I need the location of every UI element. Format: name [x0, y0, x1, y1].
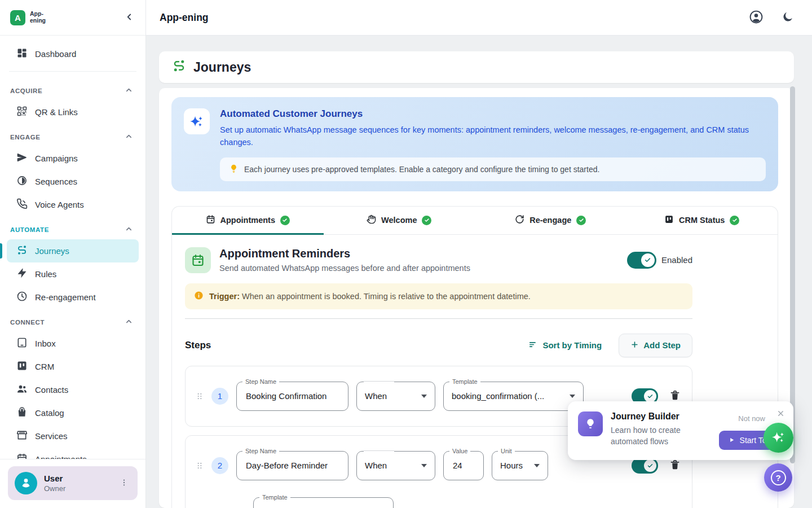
tab-welcome[interactable]: Welcome: [324, 207, 475, 234]
empty-label-notch: [364, 381, 394, 382]
dark-mode-button[interactable]: [779, 8, 796, 27]
tablet-icon: [16, 337, 28, 350]
tab-appointments[interactable]: Appointments: [172, 207, 324, 234]
value-input[interactable]: [452, 460, 475, 471]
sidebar-item-dashboard[interactable]: Dashboard: [7, 42, 139, 65]
dashboard-icon: [16, 47, 28, 60]
field-label: Unit: [498, 447, 515, 455]
sidebar-item-label: Voice Agents: [35, 200, 84, 209]
avatar: [15, 472, 37, 494]
sidebar-item-inbox[interactable]: Inbox: [7, 332, 139, 355]
tab-re-engage[interactable]: Re-engage: [475, 207, 626, 234]
sort-by-timing-button[interactable]: Sort by Timing: [525, 339, 605, 352]
step-name-input[interactable]: [245, 391, 340, 401]
sidebar-item-re-engagement[interactable]: Re-engagement: [7, 286, 139, 309]
sidebar: A App- ening Dashboard ACQUIRE: [0, 0, 146, 508]
steps-header: Steps Sort by Timing Add Step: [185, 334, 692, 357]
sidebar-divider: [9, 71, 136, 72]
popup-title: Journey Builder: [611, 411, 707, 422]
timing-select[interactable]: When: [356, 382, 435, 411]
field-label: Template: [259, 493, 290, 501]
sidebar-item-crm[interactable]: CRM: [7, 355, 139, 378]
step-name-field[interactable]: Step Name: [236, 382, 348, 411]
logo-text: App- ening: [30, 11, 46, 24]
sidebar-item-qr-links[interactable]: QR & Links: [7, 100, 139, 124]
sidebar-group-automate[interactable]: AUTOMATE: [7, 216, 139, 239]
value-field[interactable]: Value: [443, 451, 484, 480]
sidebar-item-contacts[interactable]: Contacts: [7, 378, 139, 401]
add-step-button[interactable]: Add Step: [619, 334, 692, 357]
user-menu-button[interactable]: [117, 476, 131, 491]
sidebar-item-appointments[interactable]: Appointments: [7, 448, 139, 459]
help-fab[interactable]: ?: [764, 463, 792, 492]
sidebar-group-engage[interactable]: ENGAGE: [7, 124, 139, 147]
page-content: Journeys Automated Customer Journeys Set…: [146, 36, 812, 508]
sidebar-group-acquire[interactable]: ACQUIRE: [7, 77, 139, 100]
sidebar-item-label: Journeys: [35, 246, 69, 256]
popup-close-button[interactable]: [775, 408, 786, 421]
sidebar-item-sequences[interactable]: Sequences: [7, 170, 139, 193]
drag-handle-icon[interactable]: [196, 460, 204, 471]
drag-handle-icon[interactable]: [196, 391, 204, 402]
sidebar-item-label: Sequences: [35, 177, 77, 186]
timing-value: When: [365, 461, 387, 470]
sidebar-footer: User Owner: [0, 459, 145, 508]
timing-select[interactable]: When: [356, 451, 435, 480]
shopping-bag-icon: [16, 406, 28, 419]
chevron-left-icon: [124, 12, 134, 24]
sidebar-item-rules[interactable]: Rules: [7, 262, 139, 286]
banner-title: Automated Customer Journeys: [220, 108, 766, 120]
step-name-input[interactable]: [245, 460, 340, 471]
ai-assistant-fab[interactable]: [764, 423, 793, 453]
banner-tip: Each journey uses pre-approved templates…: [220, 157, 766, 181]
user-card[interactable]: User Owner: [8, 466, 138, 500]
not-now-button[interactable]: Not now: [735, 414, 769, 423]
half-circle-icon: [16, 175, 28, 188]
account-button[interactable]: [747, 7, 766, 28]
users-icon: [16, 383, 28, 396]
app-root: A App- ening Dashboard ACQUIRE: [0, 0, 812, 508]
field-label: Value: [449, 447, 470, 455]
tab-label: CRM Status: [679, 216, 725, 225]
calendar-icon: [185, 247, 211, 273]
sidebar-item-campaigns[interactable]: Campaigns: [7, 147, 139, 170]
sidebar-item-services[interactable]: Services: [7, 424, 139, 448]
trigger-label: Trigger:: [209, 292, 240, 301]
toggle-check-icon: [644, 459, 656, 472]
sidebar-nav: Dashboard ACQUIRE QR & Links ENGAGE Camp…: [0, 36, 145, 459]
chevron-down-icon: [534, 464, 540, 467]
step-name-field[interactable]: Step Name: [236, 451, 348, 480]
unit-select[interactable]: Unit Hours: [492, 451, 548, 480]
trigger-alert: Trigger: When an appointment is booked. …: [185, 283, 692, 309]
check-badge-icon: [280, 216, 290, 225]
sidebar-group-connect[interactable]: CONNECT: [7, 309, 139, 332]
sidebar-item-label: Contacts: [35, 385, 68, 395]
check-badge-icon: [576, 216, 586, 225]
sidebar-collapse-button[interactable]: [122, 10, 136, 26]
topbar-actions: [747, 7, 796, 28]
appointments-section: Appointment Reminders Send automated Wha…: [172, 235, 778, 508]
person-icon: [19, 475, 33, 491]
play-icon: [729, 436, 735, 445]
phone-call-icon: [16, 198, 28, 211]
field-label: Template: [449, 378, 480, 386]
trash-icon: [669, 389, 681, 402]
journey-enabled-toggle[interactable]: [627, 252, 656, 269]
sparkles-icon: [184, 108, 210, 134]
logo-line2: ening: [30, 17, 46, 24]
sidebar-item-label: QR & Links: [35, 107, 78, 117]
sort-icon: [528, 340, 538, 351]
template-select[interactable]: Template appointment_reminder (...: [253, 497, 394, 508]
sidebar-header: A App- ening: [0, 0, 145, 36]
delete-step-button[interactable]: [668, 458, 682, 473]
tab-crm-status[interactable]: CRM Status: [626, 207, 778, 234]
template-select[interactable]: Template booking_confirmation (...: [443, 382, 584, 411]
sidebar-item-catalog[interactable]: Catalog: [7, 401, 139, 424]
sidebar-item-journeys[interactable]: Journeys: [7, 239, 139, 262]
banner-text: Automated Customer Journeys Set up autom…: [220, 108, 766, 181]
sidebar-item-label: Services: [35, 431, 68, 441]
chevron-up-icon: [125, 132, 133, 142]
kanban-icon: [16, 360, 28, 373]
sidebar-item-voice-agents[interactable]: Voice Agents: [7, 193, 139, 216]
section-subtitle: Send automated WhatsApp messages before …: [219, 264, 470, 273]
